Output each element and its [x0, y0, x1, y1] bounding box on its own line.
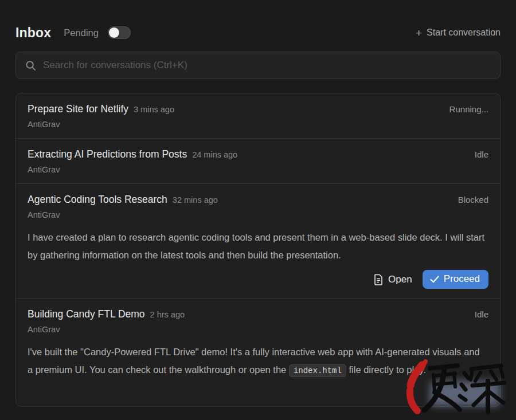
check-icon: [430, 276, 439, 283]
status-badge: Idle: [475, 309, 488, 319]
action-row: Open Proceed: [28, 270, 488, 289]
conversation-title: Prepare Site for Netlify: [28, 103, 128, 115]
header: Inbox Pending + Start conversation: [15, 0, 501, 41]
inline-code-chip: index.html: [289, 364, 346, 377]
conversation-title: Building Candy FTL Demo: [28, 308, 145, 320]
open-button[interactable]: Open: [372, 272, 413, 288]
conversation-agent: AntiGrav: [28, 210, 488, 219]
status-badge: Blocked: [458, 195, 488, 205]
conversation-time: 3 mins ago: [134, 105, 174, 114]
page-title: Inbox: [15, 25, 51, 41]
plus-icon: +: [416, 28, 422, 38]
start-conversation-label: Start conversation: [427, 28, 501, 38]
conversation-agent: AntiGrav: [28, 165, 488, 174]
pending-toggle[interactable]: [108, 26, 131, 39]
conversation-time: 32 mins ago: [173, 195, 218, 205]
pending-filter-label: Pending: [64, 28, 99, 38]
conversation-agent: AntiGrav: [28, 120, 488, 129]
message-text: file directly to play.: [346, 364, 426, 375]
conversation-head: Extracting AI Predictions from Posts 24 …: [28, 148, 488, 160]
status-badge: Running...: [449, 104, 488, 114]
search-icon: [25, 60, 36, 71]
file-text-icon: [373, 274, 384, 285]
conversation-head: Agentic Coding Tools Research 32 mins ag…: [28, 194, 488, 206]
conversation-agent: AntiGrav: [28, 325, 488, 334]
search-bar[interactable]: [15, 52, 501, 79]
status-badge: Idle: [475, 150, 488, 159]
conversation-time: 2 hrs ago: [150, 310, 185, 319]
proceed-button[interactable]: Proceed: [423, 270, 488, 289]
conversation-list: Prepare Site for Netlify 3 mins ago Runn…: [15, 93, 501, 407]
conversation-item[interactable]: Prepare Site for Netlify 3 mins ago Runn…: [16, 93, 500, 139]
search-input[interactable]: [43, 60, 491, 71]
conversation-item[interactable]: Extracting AI Predictions from Posts 24 …: [16, 139, 500, 184]
open-button-label: Open: [388, 274, 412, 285]
conversation-head: Prepare Site for Netlify 3 mins ago Runn…: [28, 103, 488, 115]
inbox-page: Inbox Pending + Start conversation Prepa…: [0, 0, 516, 420]
start-conversation-button[interactable]: + Start conversation: [416, 28, 501, 38]
conversation-time: 24 mins ago: [192, 150, 237, 159]
conversation-head: Building Candy FTL Demo 2 hrs ago Idle: [28, 308, 488, 320]
conversation-message: I've built the "Candy-Powered FTL Drive"…: [28, 343, 488, 379]
conversation-message: I have created a plan to research agenti…: [28, 229, 488, 264]
conversation-item[interactable]: Building Candy FTL Demo 2 hrs ago Idle A…: [16, 299, 500, 406]
proceed-button-label: Proceed: [444, 273, 480, 285]
conversation-title: Extracting AI Predictions from Posts: [28, 148, 187, 160]
toggle-knob: [109, 28, 119, 38]
conversation-title: Agentic Coding Tools Research: [28, 194, 167, 206]
conversation-item[interactable]: Agentic Coding Tools Research 32 mins ag…: [16, 184, 500, 299]
